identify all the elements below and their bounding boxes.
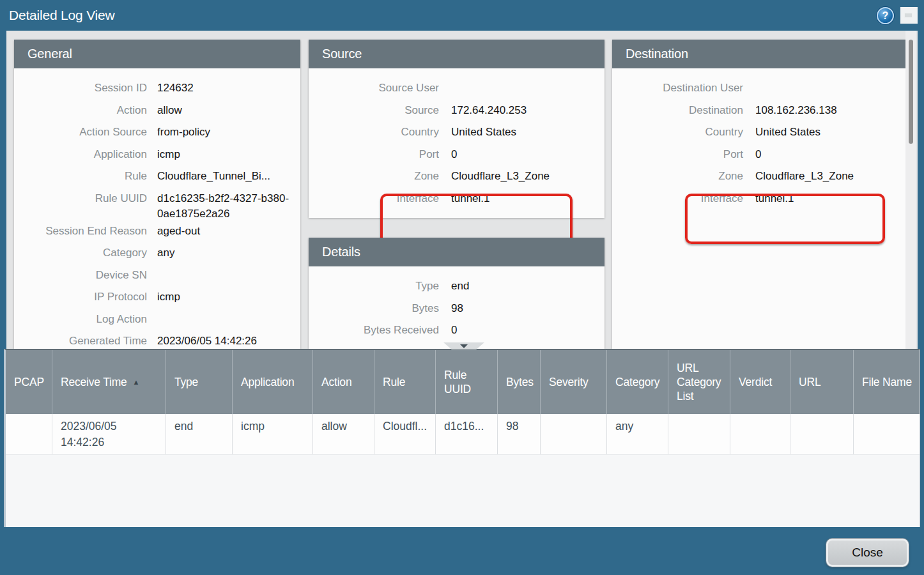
field-row-session-id: Session ID124632 [14, 79, 300, 101]
cell-url [790, 414, 853, 454]
column-header-rule-uuid[interactable]: Rule UUID [435, 350, 497, 414]
vertical-scrollbar[interactable] [905, 31, 916, 349]
field-row-ip-protocol: IP Protocolicmp [14, 288, 300, 310]
field-row-source: Source172.64.240.253 [309, 101, 604, 123]
field-row-category: Categoryany [14, 243, 300, 266]
cell-receive-time: 2023/06/05 14:42:26 [52, 414, 166, 454]
field-row-bytes-received: Bytes Received0 [309, 321, 604, 343]
log-table-body: 2023/06/05 14:42:26endicmpallowCloudfl..… [6, 414, 920, 455]
field-label: Destination User [612, 79, 743, 101]
field-value: from-policy [157, 123, 294, 145]
field-value: d1c16235-b2f2-4327-b380-0ae1875e2a26 [157, 189, 294, 222]
log-table-header-row: PCAPReceive Time▲TypeApplicationActionRu… [6, 350, 920, 414]
destination-panel-body: Destination UserDestination108.162.236.1… [612, 68, 905, 349]
help-icon[interactable]: ? [877, 7, 894, 24]
column-header-label: Bytes [506, 375, 534, 389]
field-label: Application [14, 145, 147, 167]
field-row-port: Port0 [309, 145, 604, 167]
field-row-rule: RuleCloudflare_Tunnel_Bi... [14, 167, 300, 189]
column-header-url-category-list[interactable]: URL Category List [668, 350, 730, 414]
field-label: Device SN [14, 266, 147, 288]
field-label: Port [612, 145, 743, 167]
column-header-category[interactable]: Category [606, 350, 668, 414]
field-label: Rule [14, 167, 147, 189]
field-label: Destination [612, 101, 743, 123]
field-label: Generated Time [14, 332, 147, 349]
column-header-label: File Name [862, 375, 912, 389]
table-row[interactable]: 2023/06/05 14:42:26endicmpallowCloudfl..… [6, 414, 920, 455]
column-header-label: Rule UUID [444, 368, 493, 396]
field-value: United States [755, 123, 899, 145]
cell-rule-uuid: d1c16... [435, 414, 497, 454]
column-header-verdict[interactable]: Verdict [730, 350, 790, 414]
cell-file-name [853, 414, 920, 454]
field-value: allow [157, 101, 294, 123]
chevron-down-icon [460, 344, 468, 348]
field-row-rule-uuid: Rule UUIDd1c16235-b2f2-4327-b380-0ae1875… [14, 189, 300, 222]
column-header-label: Category [615, 375, 659, 389]
field-value [755, 79, 899, 101]
field-label: Source User [309, 79, 439, 101]
field-value [157, 310, 294, 332]
log-table: PCAPReceive Time▲TypeApplicationActionRu… [4, 349, 920, 527]
cell-bytes: 98 [497, 414, 540, 454]
field-label: Interface [309, 189, 439, 211]
field-value: tunnel.1 [755, 189, 899, 211]
cell-pcap [6, 414, 52, 454]
column-header-severity[interactable]: Severity [540, 350, 606, 414]
column-header-label: URL Category List [677, 361, 726, 403]
sort-ascending-icon: ▲ [133, 375, 140, 389]
field-row-interface: Interfacetunnel.1 [309, 189, 604, 211]
column-header-rule[interactable]: Rule [374, 350, 435, 414]
general-panel-title: General [14, 40, 300, 68]
general-panel-body: Session ID124632ActionallowAction Source… [14, 68, 300, 349]
field-row-session-end-reason: Session End Reasonaged-out [14, 222, 300, 244]
field-row-country: CountryUnited States [309, 123, 604, 145]
scrollbar-thumb[interactable] [909, 40, 913, 144]
column-header-label: Application [241, 375, 294, 389]
column-header-bytes[interactable]: Bytes [497, 350, 540, 414]
field-value: Cloudflare_Tunnel_Bi... [157, 167, 294, 189]
column-header-label: Receive Time [61, 375, 127, 389]
field-value [451, 79, 595, 101]
column-header-type[interactable]: Type [166, 350, 232, 414]
field-label: Bytes [309, 299, 439, 321]
column-header-receive-time[interactable]: Receive Time▲ [52, 350, 166, 414]
cell-url-category-list [668, 414, 730, 454]
maximize-icon[interactable] [900, 7, 918, 24]
dialog-title: Detailed Log View [9, 0, 115, 31]
field-row-destination: Destination108.162.236.138 [612, 101, 905, 123]
column-header-application[interactable]: Application [232, 350, 312, 414]
column-header-pcap[interactable]: PCAP [6, 350, 52, 414]
field-value: 0 [755, 145, 899, 167]
field-value: any [157, 243, 294, 266]
cell-rule: Cloudfl... [374, 414, 435, 454]
field-label: Rule UUID [14, 189, 147, 222]
field-value: 0 [451, 145, 595, 167]
column-header-url[interactable]: URL [790, 350, 853, 414]
close-button[interactable]: Close [826, 539, 909, 567]
field-row-application: Applicationicmp [14, 145, 300, 167]
field-label: Log Action [14, 310, 147, 332]
cell-severity [540, 414, 606, 454]
column-header-label: Rule [383, 375, 405, 389]
field-row-bytes: Bytes98 [309, 299, 604, 321]
general-panel: General Session ID124632ActionallowActio… [14, 40, 300, 349]
field-value: 108.162.236.138 [755, 101, 899, 123]
source-panel: Source Source UserSource172.64.240.253Co… [309, 40, 604, 218]
field-row-interface: Interfacetunnel.1 [612, 189, 905, 211]
cell-application: icmp [232, 414, 312, 454]
cell-action: allow [312, 414, 374, 454]
field-label: Interface [612, 189, 743, 211]
cell-verdict [730, 414, 790, 454]
field-value: aged-out [157, 222, 294, 244]
field-value: icmp [157, 145, 294, 167]
column-header-action[interactable]: Action [312, 350, 374, 414]
column-header-label: Verdict [739, 375, 772, 389]
column-header-file-name[interactable]: File Name [853, 350, 920, 414]
field-row-port: Port0 [612, 145, 905, 167]
field-value: 172.64.240.253 [451, 101, 595, 123]
field-label: Port [309, 145, 439, 167]
field-value: icmp [157, 288, 294, 310]
field-label: Country [309, 123, 439, 145]
